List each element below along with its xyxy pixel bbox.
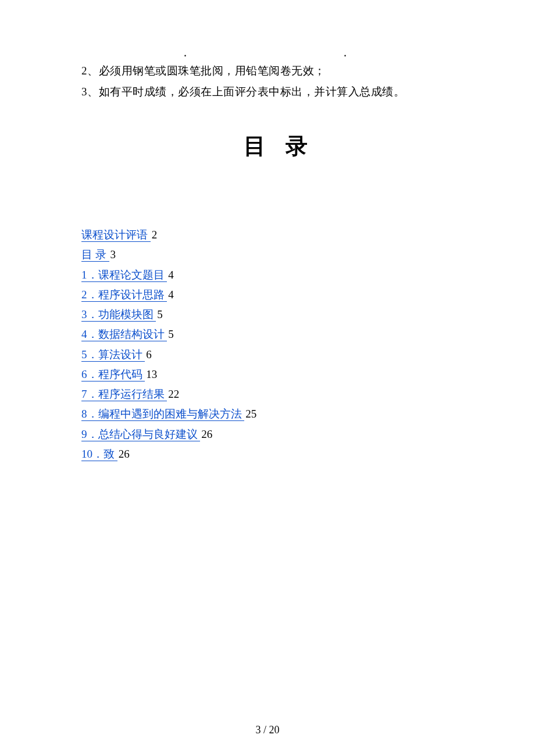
toc-entry: 目 录 3 <box>81 245 477 264</box>
table-of-contents: 课程设计评语 2 目 录 3 1．课程论文题目 4 2．程序设计思路 4 3．功… <box>81 225 477 463</box>
toc-entry: 6．程序代码 13 <box>81 365 477 384</box>
toc-link-algorithm[interactable]: 5．算法设计 <box>81 348 145 362</box>
toc-entry: 4．数据结构设计 5 <box>81 324 477 344</box>
toc-page: 5 <box>157 308 163 320</box>
dot-right: . <box>344 47 347 58</box>
toc-entry: 7．程序运行结果 22 <box>81 384 477 404</box>
toc-entry: 1．课程论文题目 4 <box>81 265 477 284</box>
toc-entry: 9．总结心得与良好建议 26 <box>81 425 477 444</box>
toc-page: 5 <box>168 328 174 340</box>
toc-link-contents[interactable]: 目 录 <box>81 248 109 262</box>
toc-title: 目 录 <box>81 131 477 161</box>
page-content: . . 2、必须用钢笔或圆珠笔批阅，用铅笔阅卷无效； 3、如有平时成绩，必须在上… <box>0 0 535 463</box>
toc-entry: 8．编程中遇到的困难与解决方法 25 <box>81 404 477 423</box>
toc-entry: 3．功能模块图 5 <box>81 305 477 324</box>
toc-page: 2 <box>152 229 158 241</box>
toc-link-summary[interactable]: 9．总结心得与良好建议 <box>81 428 200 441</box>
instruction-3: 3、如有平时成绩，必须在上面评分表中标出，并计算入总成绩。 <box>81 81 477 102</box>
toc-entry: 10．致 26 <box>81 444 477 463</box>
toc-link-module-diagram[interactable]: 3．功能模块图 <box>81 308 156 322</box>
toc-page: 26 <box>119 448 130 460</box>
toc-page: 25 <box>245 408 256 420</box>
dot-left: . <box>184 47 187 58</box>
toc-page: 4 <box>168 288 174 301</box>
toc-page: 26 <box>201 428 212 440</box>
toc-page: 3 <box>110 248 116 261</box>
toc-link-data-structure[interactable]: 4．数据结构设计 <box>81 328 167 341</box>
toc-link-design-idea[interactable]: 2．程序设计思路 <box>81 288 167 302</box>
toc-link-course-review[interactable]: 课程设计评语 <box>81 229 151 242</box>
header-dots: . . <box>81 47 477 58</box>
toc-page: 13 <box>146 368 157 380</box>
toc-entry: 2．程序设计思路 4 <box>81 285 477 304</box>
toc-page: 6 <box>146 348 152 361</box>
page-number: 3 / 20 <box>0 724 535 736</box>
toc-link-topic[interactable]: 1．课程论文题目 <box>81 269 167 282</box>
toc-entry: 5．算法设计 6 <box>81 345 477 364</box>
instruction-2: 2、必须用钢笔或圆珠笔批阅，用铅笔阅卷无效； <box>81 60 477 81</box>
toc-page: 4 <box>168 269 174 281</box>
toc-link-difficulties[interactable]: 8．编程中遇到的困难与解决方法 <box>81 408 244 421</box>
toc-page: 22 <box>168 388 179 400</box>
toc-link-acknowledgment[interactable]: 10．致 <box>81 448 117 461</box>
toc-link-code[interactable]: 6．程序代码 <box>81 368 145 381</box>
toc-link-results[interactable]: 7．程序运行结果 <box>81 388 167 401</box>
toc-entry: 课程设计评语 2 <box>81 225 477 244</box>
